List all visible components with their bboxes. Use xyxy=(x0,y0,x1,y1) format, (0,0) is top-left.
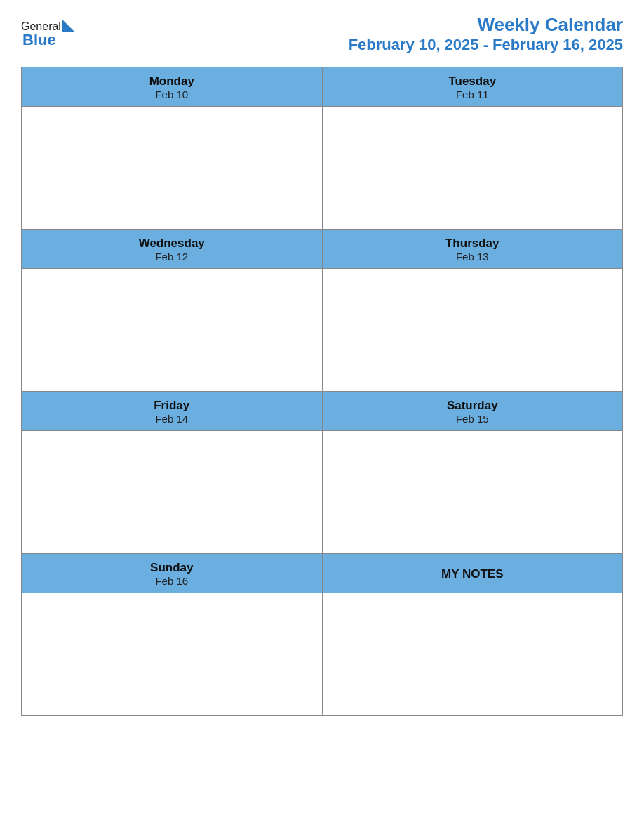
calendar-table: Monday Feb 10 Tuesday Feb 11 Wednesday F… xyxy=(21,67,623,716)
sunday-header: Sunday Feb 16 xyxy=(22,554,323,593)
calendar-subtitle: February 10, 2025 - February 16, 2025 xyxy=(349,36,623,54)
wednesday-header: Wednesday Feb 12 xyxy=(22,230,323,269)
thursday-content[interactable] xyxy=(322,269,623,392)
thursday-name: Thursday xyxy=(323,237,623,251)
saturday-content[interactable] xyxy=(322,431,623,554)
row-fri-sat-content xyxy=(22,431,623,554)
friday-date: Feb 14 xyxy=(22,413,322,425)
calendar-title-block: Weekly Calendar February 10, 2025 - Febr… xyxy=(349,14,623,54)
row-wed-thu-header: Wednesday Feb 12 Thursday Feb 13 xyxy=(22,230,623,269)
wednesday-date: Feb 12 xyxy=(22,251,322,263)
tuesday-content[interactable] xyxy=(322,107,623,230)
monday-date: Feb 10 xyxy=(22,88,322,100)
wednesday-name: Wednesday xyxy=(22,237,322,251)
row-mon-tue-header: Monday Feb 10 Tuesday Feb 11 xyxy=(22,67,623,107)
row-sun-notes-header: Sunday Feb 16 MY NOTES xyxy=(22,554,623,593)
calendar-title: Weekly Calendar xyxy=(349,14,623,36)
tuesday-date: Feb 11 xyxy=(323,88,623,100)
logo-blue-text: Blue xyxy=(22,31,56,49)
saturday-date: Feb 15 xyxy=(323,413,623,425)
notes-label: MY NOTES xyxy=(323,567,623,581)
row-wed-thu-content xyxy=(22,269,623,392)
friday-name: Friday xyxy=(22,399,322,413)
tuesday-name: Tuesday xyxy=(323,74,623,88)
monday-header: Monday Feb 10 xyxy=(22,67,323,107)
logo-triangle-icon xyxy=(62,20,75,32)
row-sun-notes-content xyxy=(22,593,623,716)
sunday-content[interactable] xyxy=(22,593,323,716)
thursday-header: Thursday Feb 13 xyxy=(322,230,623,269)
page-header: General Blue Weekly Calendar February 10… xyxy=(21,14,623,54)
saturday-header: Saturday Feb 15 xyxy=(322,392,623,431)
saturday-name: Saturday xyxy=(323,399,623,413)
sunday-date: Feb 16 xyxy=(22,575,322,587)
monday-name: Monday xyxy=(22,74,322,88)
thursday-date: Feb 13 xyxy=(323,251,623,263)
logo: General Blue xyxy=(21,20,75,49)
notes-content[interactable] xyxy=(322,593,623,716)
friday-header: Friday Feb 14 xyxy=(22,392,323,431)
friday-content[interactable] xyxy=(22,431,323,554)
wednesday-content[interactable] xyxy=(22,269,323,392)
row-mon-tue-content xyxy=(22,107,623,230)
sunday-name: Sunday xyxy=(22,561,322,575)
tuesday-header: Tuesday Feb 11 xyxy=(322,67,623,107)
notes-header: MY NOTES xyxy=(322,554,623,593)
row-fri-sat-header: Friday Feb 14 Saturday Feb 15 xyxy=(22,392,623,431)
monday-content[interactable] xyxy=(22,107,323,230)
